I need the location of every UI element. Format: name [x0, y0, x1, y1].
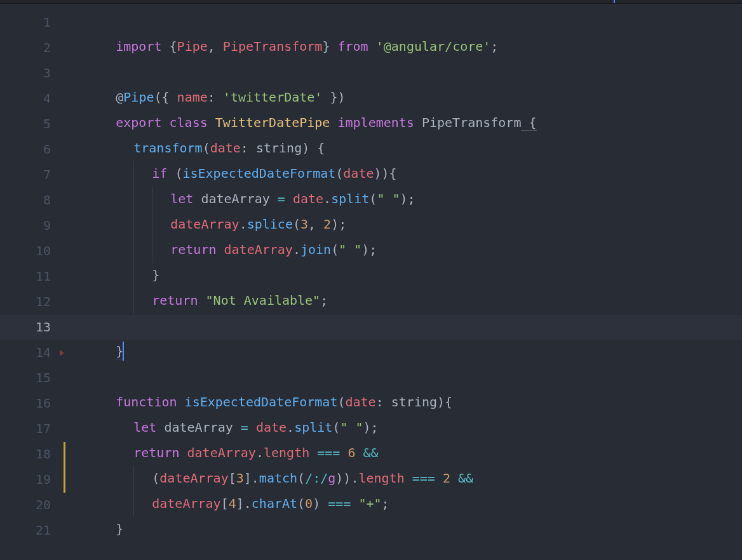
gutter-rail — [62, 10, 70, 36]
code-content[interactable]: function isExpectedDateFormat(date: stri… — [70, 366, 742, 391]
code-content[interactable]: @Pipe({ name: 'twitterDate' }) — [70, 61, 742, 86]
gutter-rail — [62, 239, 70, 264]
line-number: 2 — [0, 36, 62, 61]
gutter-rail — [62, 493, 70, 518]
code-line[interactable]: 1 import {Pipe, PipeTransform} from '@an… — [0, 10, 742, 36]
code-line[interactable]: 6 if (isExpectedDateFormat(date)){ — [0, 137, 742, 163]
code-line[interactable]: 10 } — [0, 239, 742, 264]
code-line-active[interactable]: 13 } — [0, 315, 742, 340]
gutter-rail — [62, 290, 70, 315]
line-number: 9 — [0, 213, 62, 239]
code-line[interactable]: 3 @Pipe({ name: 'twitterDate' }) — [0, 61, 742, 86]
line-number: 11 — [0, 264, 62, 290]
gutter-rail — [62, 315, 70, 340]
line-number: 5 — [0, 112, 62, 137]
code-line[interactable]: 20 } — [0, 493, 742, 518]
code-content[interactable]: } — [70, 239, 742, 264]
gutter-rail — [62, 163, 70, 188]
gutter-rail — [62, 137, 70, 163]
code-line[interactable]: 2 — [0, 36, 742, 61]
line-number: 10 — [0, 239, 62, 264]
code-content[interactable]: let dateArray = date.split(" "); — [70, 391, 742, 417]
line-number: 8 — [0, 188, 62, 213]
gutter-rail — [62, 213, 70, 239]
code-content[interactable] — [70, 518, 742, 543]
code-content[interactable] — [70, 340, 742, 366]
gutter-rail — [62, 366, 70, 391]
code-line[interactable]: 8 dateArray.splice(3, 2); — [0, 188, 742, 213]
gutter-rail — [62, 264, 70, 290]
code-content[interactable]: export class TwitterDatePipe implements … — [70, 86, 742, 112]
code-content[interactable]: (dateArray[3].match(/:/g)).length === 2 … — [70, 442, 742, 467]
code-line[interactable]: 7 let dateArray = date.split(" "); — [0, 163, 742, 188]
code-line[interactable]: 19 dateArray[4].charAt(0) === "+"; — [0, 467, 742, 493]
gutter-rail — [62, 86, 70, 112]
code-content[interactable]: } — [70, 315, 742, 340]
secondary-caret-indicator — [614, 0, 615, 3]
code-content[interactable]: dateArray[4].charAt(0) === "+"; — [70, 467, 742, 493]
gutter-rail — [62, 112, 70, 137]
gutter-rail-modified[interactable] — [62, 442, 70, 467]
code-content[interactable]: return dateArray.length === 6 && — [70, 417, 742, 442]
code-content[interactable]: transform(date: string) { — [70, 112, 742, 137]
code-line[interactable]: 16 let dateArray = date.split(" "); — [0, 391, 742, 417]
code-content[interactable] — [70, 36, 742, 61]
line-number: 12 — [0, 290, 62, 315]
line-number: 20 — [0, 493, 62, 518]
code-line[interactable]: 11 return "Not Available"; — [0, 264, 742, 290]
code-content[interactable]: import {Pipe, PipeTransform} from '@angu… — [70, 10, 742, 36]
gutter-rail — [62, 61, 70, 86]
line-number: 4 — [0, 86, 62, 112]
code-content[interactable]: if (isExpectedDateFormat(date)){ — [70, 137, 742, 163]
code-content[interactable]: let dateArray = date.split(" "); — [70, 163, 742, 188]
gutter-rail-modified[interactable] — [62, 467, 70, 493]
deleted-lines-marker-icon[interactable] — [60, 350, 64, 356]
code-content[interactable]: } — [70, 290, 742, 315]
gutter-rail — [62, 36, 70, 61]
code-line[interactable]: 21 — [0, 518, 742, 543]
line-number: 16 — [0, 391, 62, 417]
gutter-rail — [62, 417, 70, 442]
line-number: 18 — [0, 442, 62, 467]
code-content[interactable]: return dateArray.join(" "); — [70, 213, 742, 239]
gutter-rail — [62, 340, 70, 366]
code-line[interactable]: 14 — [0, 340, 742, 366]
code-line[interactable]: 18 (dateArray[3].match(/:/g)).length ===… — [0, 442, 742, 467]
line-number: 17 — [0, 417, 62, 442]
gutter-rail — [62, 518, 70, 543]
code-content[interactable]: dateArray.splice(3, 2); — [70, 188, 742, 213]
code-line[interactable]: 12 } — [0, 290, 742, 315]
line-number: 13 — [0, 315, 62, 340]
line-number: 19 — [0, 467, 62, 493]
line-number: 1 — [0, 10, 62, 36]
line-number: 14 — [0, 340, 62, 366]
code-line[interactable]: 4 export class TwitterDatePipe implement… — [0, 86, 742, 112]
gutter-rail — [62, 188, 70, 213]
code-line[interactable]: 9 return dateArray.join(" "); — [0, 213, 742, 239]
line-number: 7 — [0, 163, 62, 188]
line-number: 21 — [0, 518, 62, 543]
gutter-rail — [62, 391, 70, 417]
code-line[interactable]: 15 function isExpectedDateFormat(date: s… — [0, 366, 742, 391]
code-line[interactable]: 17 return dateArray.length === 6 && — [0, 417, 742, 442]
code-content[interactable]: return "Not Available"; — [70, 264, 742, 290]
code-editor[interactable]: 1 import {Pipe, PipeTransform} from '@an… — [0, 4, 742, 543]
code-content[interactable]: } — [70, 493, 742, 518]
line-number: 6 — [0, 137, 62, 163]
line-number: 3 — [0, 61, 62, 86]
line-number: 15 — [0, 366, 62, 391]
code-line[interactable]: 5 transform(date: string) { — [0, 112, 742, 137]
